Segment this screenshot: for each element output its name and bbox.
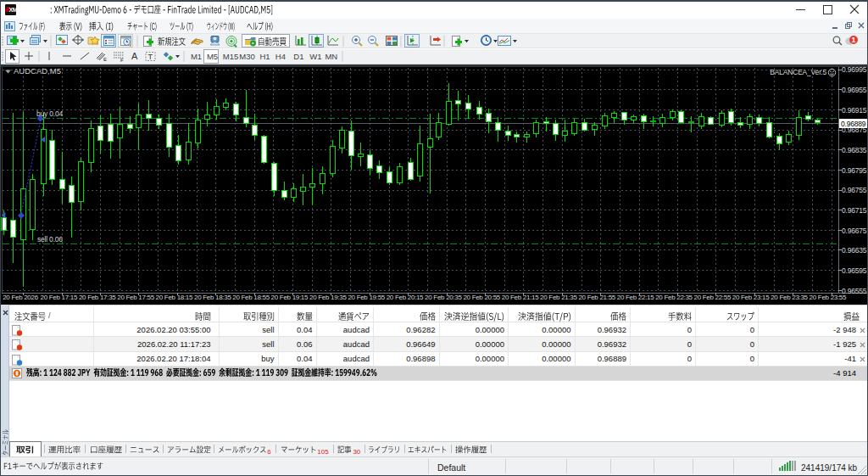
svg-text:0.96595: 0.96595 (842, 266, 867, 275)
svg-text:sell 0.06: sell 0.06 (37, 235, 63, 244)
svg-text:20 Feb 17:15: 20 Feb 17:15 (41, 294, 78, 301)
svg-text:F: F (120, 58, 124, 63)
svg-text:20 Feb 20:55: 20 Feb 20:55 (463, 294, 500, 301)
svg-text:20 Feb 19:15: 20 Feb 19:15 (271, 294, 309, 301)
svg-text:buy 0.04: buy 0.04 (36, 109, 63, 118)
svg-text:MN: MN (325, 52, 337, 61)
svg-text:20 Feb 18:15: 20 Feb 18:15 (156, 294, 193, 301)
svg-text:20 Feb 20:15: 20 Feb 20:15 (387, 294, 424, 301)
svg-text:0.96835: 0.96835 (842, 146, 867, 154)
svg-text:0.96755: 0.96755 (842, 186, 867, 194)
svg-text:0.96955: 0.96955 (842, 86, 867, 94)
svg-text:1: 1 (851, 36, 855, 44)
svg-text:0.96715: 0.96715 (842, 206, 867, 215)
svg-text:0.96675: 0.96675 (842, 227, 867, 235)
svg-text:20 Feb 17:55: 20 Feb 17:55 (117, 294, 154, 301)
svg-text:H1: H1 (259, 52, 270, 61)
svg-text:D1: D1 (293, 52, 303, 61)
svg-text:20 Feb 18:35: 20 Feb 18:35 (194, 294, 231, 301)
svg-text:20 Feb 21:35: 20 Feb 21:35 (540, 294, 577, 301)
svg-text:20 Feb 22:15: 20 Feb 22:15 (617, 294, 654, 301)
svg-text:20 Feb 20:35: 20 Feb 20:35 (425, 294, 462, 301)
svg-text:M30: M30 (239, 52, 254, 61)
svg-text:AUDCAD,M5: AUDCAD,M5 (14, 66, 61, 76)
svg-text:0.96635: 0.96635 (842, 246, 867, 255)
svg-text:20 Feb 23:15: 20 Feb 23:15 (732, 294, 770, 301)
svg-text:M1: M1 (191, 52, 202, 61)
svg-text:T: T (148, 53, 153, 61)
svg-text:E: E (103, 57, 107, 62)
svg-text:20 Feb 22:55: 20 Feb 22:55 (694, 294, 732, 301)
svg-text:20 Feb 22:35: 20 Feb 22:35 (655, 294, 693, 301)
svg-text:A: A (131, 51, 138, 61)
svg-text:0.96889: 0.96889 (841, 120, 866, 128)
svg-text:BALANCEA_Ver.5: BALANCEA_Ver.5 (770, 68, 826, 76)
svg-text:20 Feb 23:55: 20 Feb 23:55 (810, 294, 847, 301)
svg-text:20 Feb 21:55: 20 Feb 21:55 (578, 294, 615, 301)
svg-text:20 Feb 19:35: 20 Feb 19:35 (309, 294, 347, 301)
svg-text:M5: M5 (207, 52, 218, 61)
svg-text:W1: W1 (309, 52, 321, 61)
svg-text:0.96795: 0.96795 (842, 166, 867, 175)
svg-text:20 Feb 19:55: 20 Feb 19:55 (348, 294, 385, 301)
svg-text:0.96915: 0.96915 (842, 106, 867, 115)
svg-text:M15: M15 (223, 52, 238, 61)
svg-text:20 Feb 18:55: 20 Feb 18:55 (232, 294, 270, 301)
svg-text:20 Feb 23:35: 20 Feb 23:35 (771, 294, 808, 301)
svg-text:0.96995: 0.96995 (842, 65, 867, 74)
svg-text:H4: H4 (275, 52, 286, 61)
svg-text:20 Feb 21:15: 20 Feb 21:15 (502, 294, 539, 301)
svg-text:20 Feb 2026: 20 Feb 2026 (3, 294, 38, 301)
svg-text:20 Feb 17:35: 20 Feb 17:35 (79, 294, 116, 301)
